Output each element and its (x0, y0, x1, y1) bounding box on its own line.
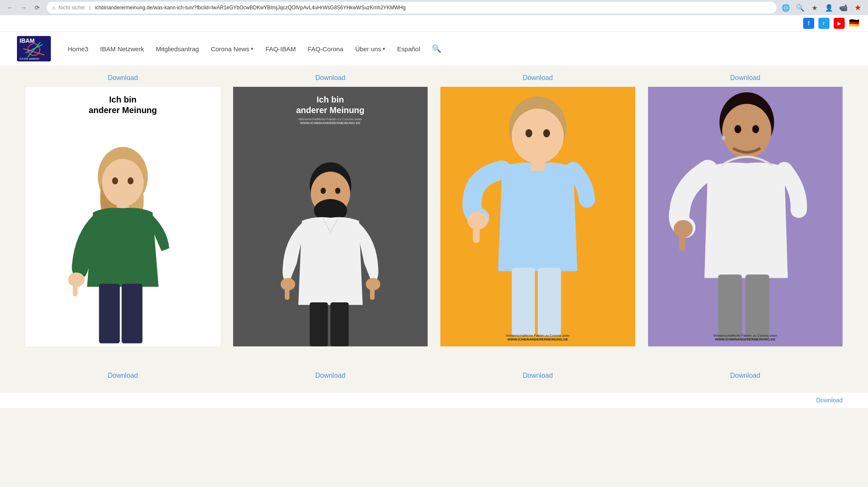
nav-ueber-uns[interactable]: Über uns (355, 45, 385, 53)
person-illustration-2 (233, 160, 428, 346)
facebook-icon[interactable]: f (803, 18, 814, 29)
not-secure-label: Nicht sicher (58, 5, 85, 11)
card-image-3: Wissenschaftliche Fakten zu Corona unter… (440, 87, 635, 346)
nav-corona-news[interactable]: Corona News (211, 45, 253, 53)
german-flag-icon[interactable]: 🇩🇪 (849, 18, 860, 29)
card-2-title: Ich bin anderer Meinung (296, 94, 364, 116)
svg-rect-47 (745, 274, 769, 339)
nav-mitgliedsantrag[interactable]: Mitgliedsantrag (156, 45, 199, 53)
svg-rect-28 (309, 302, 328, 346)
card-4: Download Wissenschaftliche Fakten zu Cor… (648, 74, 843, 346)
svg-rect-15 (73, 284, 78, 296)
svg-point-31 (512, 109, 564, 163)
forward-button[interactable]: → (18, 2, 30, 14)
url-text: ichbinanderermeinung.de/was-kann-ich-tun… (95, 5, 771, 11)
svg-rect-46 (718, 274, 742, 339)
bottom-download-item-2: Download (233, 372, 428, 379)
page-footer: Download (0, 392, 868, 408)
card-4-subtitle: Wissenschaftliche Fakten zu Corona unter… (648, 334, 843, 341)
bottom-download-item-1: Download (25, 372, 220, 379)
svg-point-21 (320, 199, 341, 208)
download-link-4[interactable]: Download (730, 74, 760, 82)
nav-espanol[interactable]: Español (397, 45, 420, 53)
svg-rect-29 (330, 302, 348, 346)
card-image-2: Ich bin anderer Meinung Wissenschaftlich… (233, 87, 428, 346)
svg-point-42 (752, 125, 759, 133)
person-illustration-1 (25, 144, 220, 346)
lock-icon: ⚠ (52, 5, 56, 11)
social-bar: f 𝕣 ▶ 🇩🇪 (0, 15, 868, 32)
svg-point-14 (68, 272, 84, 287)
person-illustration-3 (440, 87, 635, 346)
svg-rect-25 (284, 288, 289, 299)
card-2-subtitle: Wissenschaftliche Fakten zu Corona unter… (298, 117, 362, 125)
browser-actions: 🌐 🔍 ★ 👤 📹 ★ (780, 2, 864, 14)
download-link-2[interactable]: Download (315, 74, 345, 82)
svg-rect-17 (122, 284, 142, 343)
nav-links: Home3 IBAM Netzwerk Mitgliedsantrag Coro… (68, 44, 851, 53)
search-icon[interactable]: 🔍 (432, 44, 441, 53)
svg-point-13 (128, 177, 134, 185)
card-3: Download Wissenschaftliche Fakten zu Cor… (440, 74, 635, 346)
image-grid: Download Ich bin anderer Meinung (25, 74, 843, 346)
svg-point-40 (722, 104, 771, 158)
translate-button[interactable]: 🌐 (780, 2, 792, 14)
card-image-1: Ich bin anderer Meinung (25, 87, 220, 346)
nav-ibam-netzwerk[interactable]: IBAM Netzwerk (100, 45, 144, 53)
download-link-1[interactable]: Download (108, 74, 138, 82)
reload-button[interactable]: ⟳ (31, 2, 43, 14)
svg-point-12 (112, 177, 118, 185)
browser-chrome: ← → ⟳ ⚠ Nicht sicher | ichbinanderermein… (0, 0, 868, 15)
bottom-download-link-1[interactable]: Download (108, 372, 138, 379)
svg-point-11 (102, 159, 144, 206)
browser-controls: ← → ⟳ (4, 2, 43, 14)
address-bar[interactable]: ⚠ Nicht sicher | ichbinanderermeinung.de… (47, 2, 776, 14)
bottom-download-link-2[interactable]: Download (315, 372, 345, 379)
download-link-3[interactable]: Download (523, 74, 553, 82)
bottom-download-link-4[interactable]: Download (730, 372, 760, 379)
card-3-subtitle: Wissenschaftliche Fakten zu Corona unter… (440, 334, 635, 341)
svg-point-23 (335, 188, 340, 194)
menu-button[interactable]: ★ (852, 2, 864, 14)
youtube-icon[interactable]: ▶ (834, 18, 845, 29)
website: f 𝕣 ▶ 🇩🇪 IBAM Ich bin anderer (0, 15, 868, 408)
svg-point-22 (320, 188, 326, 194)
main-content: Download Ich bin anderer Meinung (0, 66, 868, 363)
svg-rect-27 (370, 288, 374, 299)
nav-home[interactable]: Home3 (68, 45, 88, 53)
svg-text:Ich bin anderer: Ich bin anderer (19, 57, 39, 60)
bottom-download-item-3: Download (440, 372, 635, 379)
nav-faq-corona[interactable]: FAQ-Corona (308, 45, 343, 53)
card-1: Download Ich bin anderer Meinung (25, 74, 220, 346)
svg-rect-34 (531, 158, 545, 171)
svg-rect-38 (538, 268, 561, 336)
svg-rect-37 (512, 268, 535, 336)
svg-rect-16 (99, 284, 120, 343)
bottom-download-link-3[interactable]: Download (523, 372, 553, 379)
browser-toolbar: ← → ⟳ ⚠ Nicht sicher | ichbinanderermein… (0, 0, 868, 15)
svg-rect-45 (679, 234, 685, 251)
svg-point-41 (734, 125, 741, 133)
svg-point-32 (526, 129, 532, 137)
bookmark-button[interactable]: ★ (809, 2, 821, 14)
svg-text:IBAM: IBAM (19, 37, 35, 44)
back-button[interactable]: ← (4, 2, 16, 14)
profile-button[interactable]: 👤 (823, 2, 835, 14)
footer-download-link[interactable]: Download (816, 397, 843, 404)
bottom-download-item-4: Download (648, 372, 843, 379)
card-1-title: Ich bin anderer Meinung (89, 94, 157, 116)
nav-faq-ibam[interactable]: FAQ-IBAM (265, 45, 296, 53)
card-2: Download Ich bin anderer Meinung Wissens… (233, 74, 428, 346)
zoom-button[interactable]: 🔍 (794, 2, 806, 14)
nav-bar: IBAM Ich bin anderer Home3 IBAM Netzwerk… (0, 32, 868, 66)
svg-rect-36 (473, 226, 480, 243)
logo[interactable]: IBAM Ich bin anderer (17, 36, 51, 61)
card-image-4: Wissenschaftliche Fakten zu Corona unter… (648, 87, 843, 346)
svg-point-33 (543, 129, 550, 137)
svg-point-43 (721, 136, 726, 140)
person-illustration-4 (648, 87, 843, 346)
bottom-downloads: Download Download Download Download (0, 363, 868, 392)
twitter-icon[interactable]: 𝕣 (818, 18, 829, 29)
extension-button[interactable]: 📹 (837, 2, 849, 14)
